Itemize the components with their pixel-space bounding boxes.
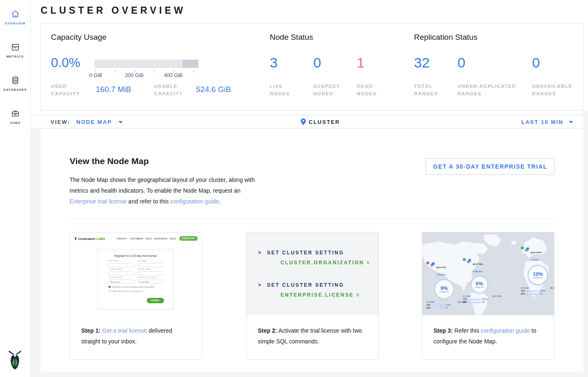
chevron-down-icon[interactable] <box>569 121 573 123</box>
suspect-nodes-label: SUSPECT NODES <box>313 82 340 97</box>
node-map-preview: ! geo=sfo2 Nodes 9% CAPACITY 3.2 GiB331 … <box>422 232 554 315</box>
sidebar-item-label: JOBS <box>0 121 30 125</box>
get-trial-license-link[interactable]: Get a trial license <box>102 327 147 334</box>
mini-input <box>109 263 134 267</box>
used-capacity-value: 160.7 MiB <box>96 85 131 94</box>
home-icon <box>0 9 30 19</box>
cluster-summary-panel: Capacity Usage 0.0% 0 GiB 200 GiB 400 Gi… <box>41 23 583 111</box>
step3-card: ! geo=sfo2 Nodes 9% CAPACITY 3.2 GiB331 … <box>422 232 554 360</box>
sidebar-item-label: METRICS <box>0 55 30 58</box>
unavailable-ranges-count: 0 <box>532 55 540 71</box>
sidebar-item-label: OVERVIEW <box>0 22 30 25</box>
capacity-bar-segment <box>183 60 198 68</box>
usable-capacity-value: 524.6 GiB <box>196 85 231 94</box>
mini-nav: PRODUCTCUSTOMERSDOCSRESOURCESBLOG <box>114 238 176 240</box>
mini-register-form: Register for a 30-day trial license FIRS… <box>97 249 174 309</box>
replication-status-title: Replication Status <box>414 33 477 42</box>
under-replicated-ranges-count: 0 <box>457 55 465 71</box>
capacity-gauge: 9% CAPACITY <box>434 279 455 300</box>
page-title: CLUSTER OVERVIEW <box>41 5 186 16</box>
view-bar: VIEW: NODE MAP CLUSTER LAST 10 MIN <box>31 115 583 128</box>
description-text: The Node Map shows the geographical layo… <box>70 176 255 194</box>
mini-download-button: DOWNLOAD <box>179 236 198 241</box>
error-badge-icon: ! <box>426 261 429 264</box>
right-gutter <box>583 111 588 377</box>
used-capacity-label: USED CAPACITY <box>51 82 80 97</box>
sidebar-item-overview[interactable]: OVERVIEW <box>0 9 30 25</box>
capacity-used-percent: 0.0% <box>51 56 80 70</box>
under-replicated-ranges-label: UNDER-REPLICATED RANGES <box>457 82 516 97</box>
configuration-guide-link[interactable]: configuration guide <box>481 327 530 334</box>
sidebar-item-databases[interactable]: DATABASES <box>0 75 30 92</box>
sidebar-item-jobs[interactable]: JOBS <box>0 109 30 125</box>
nodes-icon <box>467 259 472 263</box>
step1-card: Cockroach LABS PRODUCTCUSTOMERSDOCSRESOU… <box>70 232 202 360</box>
locality-ams: ✓ geo=ams1 Node 10% CAPACITY 3.6 GiB36.6… <box>521 247 554 295</box>
view-label: VIEW: <box>51 119 70 125</box>
ok-badge-icon: ✓ <box>521 247 524 249</box>
mini-checkbox <box>109 290 111 292</box>
step2-caption: Step 2: Activate the trial license with … <box>247 315 378 347</box>
mini-input <box>109 271 134 276</box>
live-nodes-label: LIVE NODES <box>270 82 290 97</box>
cockroachdb-logo <box>7 350 23 372</box>
capacity-tick-200: 200 GiB <box>119 72 149 78</box>
capacity-bar <box>94 60 198 68</box>
usable-capacity-label: USABLE CAPACITY <box>154 82 183 97</box>
step3-caption: Step 3: Refer this configuration guide t… <box>422 315 554 347</box>
node-status-title: Node Status <box>270 33 313 42</box>
sql-code-block: > SET CLUSTER SETTING CLUSTER.ORGANIZATI… <box>247 232 378 315</box>
cockroach-labs-logo: Cockroach LABS <box>74 237 105 241</box>
node-map-heading: View the Node Map <box>70 156 149 166</box>
total-ranges-label: TOTAL RANGES <box>414 82 438 97</box>
mini-select: Please Select <box>109 280 134 284</box>
configuration-guide-link[interactable]: configuration guide <box>170 198 219 205</box>
dead-nodes-count: 1 <box>357 55 365 71</box>
sidebar: OVERVIEW METRICS DATABASES <box>0 0 31 377</box>
mini-form-title: Register for a 30-day trial license <box>98 254 173 257</box>
capacity-usage-title: Capacity Usage <box>51 33 106 42</box>
capacity-tick-400: 400 GiB <box>158 72 188 78</box>
mini-input <box>138 263 163 267</box>
briefcase-icon <box>0 109 30 118</box>
suspect-nodes-count: 0 <box>313 55 321 71</box>
step1-caption: Step 1: Get a trial license delivered st… <box>70 315 202 347</box>
step2-card: > SET CLUSTER SETTING CLUSTER.ORGANIZATI… <box>246 232 379 360</box>
database-icon <box>0 75 30 85</box>
cluster-breadcrumb: CLUSTER <box>309 119 340 125</box>
description-text: . <box>219 198 221 205</box>
description-text: and refer to this <box>127 198 170 205</box>
total-ranges-count: 32 <box>414 55 430 71</box>
location-pin-icon <box>301 118 306 127</box>
register-screenshot: Cockroach LABS PRODUCTCUSTOMERSDOCSRESOU… <box>70 232 202 315</box>
mini-select: Please Select <box>138 280 163 284</box>
node-map-description: The Node Map shows the geographical layo… <box>70 174 261 207</box>
dead-nodes-label: DEAD NODES <box>357 82 377 97</box>
bottom-gutter <box>41 372 583 377</box>
cluster-overview-page: OVERVIEW METRICS DATABASES <box>0 0 588 377</box>
mini-submit-button: SUBMIT <box>147 298 164 303</box>
section-divider <box>70 219 554 219</box>
mini-input <box>138 271 163 276</box>
capacity-gauge: 6% CAPACITY <box>470 276 489 294</box>
capacity-tick-0: 0 GiB <box>81 72 111 78</box>
sidebar-item-metrics[interactable]: METRICS <box>0 42 30 58</box>
metrics-chart-icon <box>0 42 30 52</box>
left-gutter <box>31 129 41 377</box>
enterprise-trial-license-link[interactable]: Enterprise trial license <box>70 198 127 205</box>
sidebar-item-label: DATABASES <box>0 88 30 92</box>
ok-badge-icon: ✓ <box>463 258 466 261</box>
chevron-down-icon[interactable] <box>119 121 123 123</box>
enterprise-trial-button[interactable]: GET A 30-DAY ENTERPRISE TRIAL <box>426 158 555 175</box>
nodes-icon <box>525 247 530 252</box>
mini-checkbox-checked <box>109 286 111 288</box>
time-range-selector[interactable]: LAST 10 MIN <box>521 119 563 125</box>
nodes-icon <box>431 262 435 267</box>
locality-nyc: ✓ geo=nyc2 Nodes 6% CAPACITY 3.7 GiB43.7… <box>463 259 513 303</box>
view-selector[interactable]: NODE MAP <box>76 119 112 125</box>
capacity-gauge: 10% CAPACITY <box>528 265 548 285</box>
live-nodes-count: 3 <box>270 55 278 71</box>
unavailable-ranges-label: UNAVAILABLE RANGES <box>532 82 572 97</box>
